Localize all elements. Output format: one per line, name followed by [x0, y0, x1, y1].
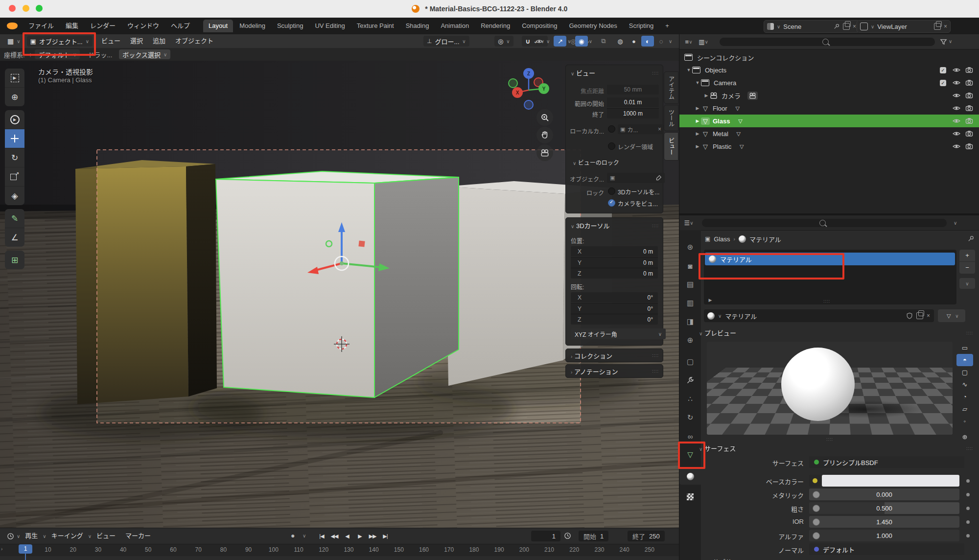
selectability-checkbox[interactable]: ✓: [940, 67, 946, 73]
close-icon[interactable]: ×: [853, 23, 856, 30]
shading-rendered-button[interactable]: ◌: [655, 36, 668, 47]
camera-to-view-checkbox[interactable]: [608, 199, 615, 207]
menu-select[interactable]: 選択: [125, 34, 148, 48]
render-visibility-toggle[interactable]: [965, 92, 973, 99]
filter-icon[interactable]: [940, 38, 947, 46]
render-visibility-toggle[interactable]: [965, 79, 973, 87]
next-keyframe-button[interactable]: ▶▶: [366, 531, 379, 541]
render-visibility-toggle[interactable]: [965, 142, 973, 150]
gizmo-plane-handle-red[interactable]: [358, 240, 365, 247]
workspace-tab-layout[interactable]: Layout: [203, 20, 233, 32]
slot-specials-menu[interactable]: ∨: [959, 278, 975, 289]
animate-dot[interactable]: [966, 479, 970, 483]
cursor-loc-z-field[interactable]: Z0 m: [571, 268, 658, 279]
current-frame-marker[interactable]: 1: [19, 544, 32, 554]
breadcrumb-tab[interactable]: マテリアル: [749, 234, 781, 244]
jump-to-end-button[interactable]: ▶|: [379, 531, 392, 541]
pivot-point-dropdown[interactable]: ◎∨: [494, 36, 513, 47]
record-button[interactable]: ●: [291, 532, 295, 539]
chevron-down-icon[interactable]: ∨: [949, 39, 952, 44]
show-object-types-dropdown[interactable]: [533, 36, 545, 47]
add-workspace-button[interactable]: +: [660, 20, 675, 32]
selectability-checkbox[interactable]: ✓: [940, 80, 946, 86]
view-panel-title[interactable]: ビュー: [576, 70, 595, 77]
preview-flat-button[interactable]: ▭: [956, 342, 973, 354]
animate-dot[interactable]: [966, 534, 970, 537]
material-datablock[interactable]: ∨ マテリアル ×: [704, 309, 934, 322]
cursor-loc-y-field[interactable]: Y0 m: [571, 257, 658, 268]
add-cube-tool[interactable]: ⊞: [5, 251, 24, 269]
hide-eye-toggle[interactable]: [953, 130, 960, 138]
auto-keyframe-clock-icon[interactable]: [564, 532, 571, 541]
preview-monkey-button[interactable]: ◔: [956, 391, 973, 403]
duplicate-material-icon[interactable]: [916, 312, 923, 319]
current-frame-field[interactable]: 1: [531, 531, 560, 541]
tab-scene[interactable]: ◨: [679, 313, 701, 330]
preview-cube-button[interactable]: ▢: [956, 366, 973, 378]
cursor-tool[interactable]: ⊕: [5, 88, 24, 106]
ior-slider[interactable]: 1.450: [809, 516, 959, 528]
npanel-tab-item[interactable]: アイテム: [664, 71, 678, 104]
active-tool-dropdown[interactable]: ボックス選択 ∨: [119, 49, 170, 59]
properties-editor-type-button[interactable]: ☰∨: [682, 217, 695, 228]
workspace-tab-shading[interactable]: Shading: [400, 20, 435, 32]
tab-physics[interactable]: ↻: [679, 409, 701, 426]
preview-cloth-button[interactable]: ▱: [956, 403, 973, 415]
gizmos-toggle[interactable]: ↗: [554, 36, 566, 47]
npanel-tab-view[interactable]: ビュー: [664, 132, 678, 161]
menu-window[interactable]: ウィンドウ: [121, 18, 165, 34]
blender-logo-icon[interactable]: [7, 23, 18, 29]
tab-material[interactable]: [679, 468, 701, 485]
cursor-loc-x-field[interactable]: X0 m: [571, 246, 658, 257]
keying-set-dropdown[interactable]: ∨: [303, 533, 306, 538]
outliner-row-scene-collection[interactable]: シーンコレクション: [679, 51, 979, 64]
measure-tool[interactable]: ∠: [5, 228, 24, 247]
workspace-tab-sculpting[interactable]: Sculpting: [272, 20, 308, 32]
move-tool[interactable]: [5, 129, 24, 148]
expand-arrow-icon[interactable]: ▼: [685, 68, 692, 72]
outliner-row-metal[interactable]: ▶ ▽ Metal ▽: [679, 127, 979, 140]
outliner-row-objects[interactable]: ▼ Objects ✓: [679, 64, 979, 76]
rotation-order-dropdown[interactable]: XYZ オイラー角∨: [571, 328, 666, 339]
menu-object[interactable]: オブジェクト: [170, 34, 218, 48]
outliner-display-mode-button[interactable]: ▥∨: [697, 36, 710, 47]
chevron-down-icon[interactable]: ∨: [954, 220, 957, 226]
view-layer-selector[interactable]: ∨ ViewLayer ×: [857, 20, 951, 33]
shading-wireframe-button[interactable]: ◍: [614, 36, 627, 47]
cursor-rot-y-field[interactable]: Y0°: [571, 303, 658, 314]
workspace-tab-compositing[interactable]: Compositing: [516, 20, 562, 32]
workspace-tab-animation[interactable]: Animation: [435, 20, 474, 32]
material-slot-active[interactable]: マテリアル: [705, 253, 955, 265]
view-lock-subtitle[interactable]: ビューのロック: [578, 160, 619, 166]
tab-output[interactable]: ▤: [679, 276, 701, 293]
outliner-search-input[interactable]: [720, 38, 935, 46]
select-box-tool[interactable]: ▶: [5, 69, 24, 88]
expand-arrow-icon[interactable]: ▶: [694, 144, 701, 149]
scale-tool[interactable]: ↗: [5, 167, 24, 187]
add-slot-button[interactable]: +: [959, 250, 975, 262]
overlays-toggle[interactable]: ◉: [575, 36, 588, 47]
pan-button[interactable]: [536, 127, 553, 143]
lock-object-field[interactable]: ▣: [607, 173, 665, 183]
preview-fluid-button[interactable]: ◦: [956, 415, 973, 427]
hide-eye-toggle[interactable]: [953, 66, 960, 74]
tab-view-layer[interactable]: ▥: [679, 295, 701, 311]
shading-material-preview-button[interactable]: ◐: [641, 36, 654, 47]
tab-render[interactable]: ◙: [679, 257, 701, 274]
npanel-collections[interactable]: › コレクション ::::: [565, 349, 663, 362]
roughness-slider[interactable]: 0.500: [809, 502, 959, 514]
expand-arrow-icon[interactable]: ▶: [694, 118, 701, 123]
camera-view-button[interactable]: [536, 144, 553, 161]
shading-solid-button[interactable]: ●: [628, 36, 640, 47]
render-visibility-toggle[interactable]: [965, 66, 973, 74]
remove-slot-button[interactable]: −: [959, 262, 975, 274]
eyedropper-icon[interactable]: [655, 175, 662, 181]
hide-eye-toggle[interactable]: [953, 117, 960, 125]
fake-user-shield-icon[interactable]: [906, 312, 913, 319]
playhead-line[interactable]: [25, 554, 26, 560]
tab-tool[interactable]: ⊛: [679, 239, 701, 256]
outliner-row-plastic[interactable]: ▶ ▽ Plastic ▽: [679, 140, 979, 153]
panel-grip[interactable]: ::::: [652, 70, 659, 75]
render-visibility-toggle[interactable]: [965, 117, 973, 125]
pin-id-icon[interactable]: [967, 235, 975, 242]
